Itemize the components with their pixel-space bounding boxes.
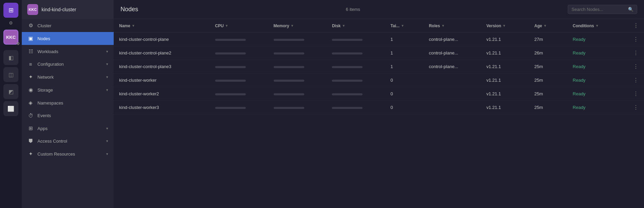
sidebar-item-workloads[interactable]: ☷ Workloads ▾ bbox=[22, 45, 114, 58]
sidebar-item-cluster[interactable]: ⚙ Cluster bbox=[22, 19, 114, 32]
cell-conditions: Ready ⋮ bbox=[567, 101, 644, 114]
cell-roles: control-plane... bbox=[423, 46, 481, 60]
sidebar-item-label: Network bbox=[37, 75, 103, 80]
row-menu-icon[interactable]: ⋮ bbox=[633, 63, 639, 70]
col-header-age[interactable]: Age ▼ bbox=[529, 19, 567, 33]
col-header-name[interactable]: Name ▼ bbox=[114, 19, 210, 33]
cell-conditions: Ready ⋮ bbox=[567, 60, 644, 74]
search-box[interactable]: 🔍 bbox=[568, 5, 637, 14]
item-count: 6 items bbox=[138, 7, 568, 12]
access-control-icon: ⛊ bbox=[27, 138, 34, 144]
col-header-version[interactable]: Version ▼ bbox=[481, 19, 529, 33]
row-menu-icon[interactable]: ⋮ bbox=[633, 50, 639, 56]
status-badge: Ready bbox=[573, 37, 586, 42]
sidebar-item-apps[interactable]: ⊞ Apps ▾ bbox=[22, 122, 114, 135]
row-menu-icon[interactable]: ⋮ bbox=[633, 91, 639, 97]
sidebar-item-custom-resources[interactable]: ✦ Custom Resources ▾ bbox=[22, 147, 114, 160]
cell-cpu bbox=[210, 33, 268, 46]
row-menu-icon[interactable]: ⋮ bbox=[633, 77, 639, 83]
table-row: kind-cluster-control-plane3 1 control-pl… bbox=[114, 60, 644, 74]
cell-version: v1.21.1 bbox=[481, 33, 529, 46]
cell-cpu bbox=[210, 46, 268, 60]
icon-bar-item-2[interactable]: ◫ bbox=[3, 67, 18, 82]
cell-version: v1.21.1 bbox=[481, 101, 529, 114]
sidebar-cluster-logo: KKC bbox=[27, 4, 38, 15]
sidebar-item-events[interactable]: ⏱ Events bbox=[22, 109, 114, 122]
events-icon: ⏱ bbox=[27, 113, 34, 118]
cell-disk bbox=[326, 74, 385, 87]
table-row: kind-cluster-worker3 0 v1.21.1 25m Ready… bbox=[114, 101, 644, 114]
table-row: kind-cluster-worker2 0 v1.21.1 25m Ready… bbox=[114, 87, 644, 101]
cell-age: 26m bbox=[529, 46, 567, 60]
cell-name: kind-cluster-worker bbox=[114, 74, 210, 87]
more-options-icon[interactable]: ⋮ bbox=[633, 22, 639, 29]
cell-memory bbox=[268, 101, 327, 114]
cluster-gear-icon: ⚙ bbox=[16, 42, 20, 46]
cell-tai: 0 bbox=[385, 74, 423, 87]
sidebar-item-configuration[interactable]: ≡ Configuration ▾ bbox=[22, 58, 114, 70]
cell-name: kind-cluster-worker2 bbox=[114, 87, 210, 101]
status-badge: Ready bbox=[573, 50, 586, 55]
cell-memory bbox=[268, 87, 327, 101]
icon-bar-item-1[interactable]: ◧ bbox=[3, 50, 18, 65]
chevron-down-icon: ▾ bbox=[106, 126, 108, 131]
cell-roles bbox=[423, 87, 481, 101]
cell-tai: 1 bbox=[385, 46, 423, 60]
sidebar-item-network[interactable]: ✦ Network ▾ bbox=[22, 70, 114, 83]
sort-arrow-icon: ▼ bbox=[441, 24, 445, 28]
cell-disk bbox=[326, 60, 385, 74]
search-icon: 🔍 bbox=[628, 7, 633, 12]
cell-roles: control-plane... bbox=[423, 60, 481, 74]
sidebar: KKC kind-kind-cluster ⚙ Cluster ▣ Nodes … bbox=[22, 0, 114, 208]
sidebar-item-nodes[interactable]: ▣ Nodes bbox=[22, 32, 114, 45]
cell-tai: 0 bbox=[385, 87, 423, 101]
sidebar-item-label: Workloads bbox=[37, 49, 103, 54]
search-input[interactable] bbox=[571, 7, 626, 12]
sidebar-cluster-name: kind-kind-cluster bbox=[42, 7, 76, 12]
col-header-cpu[interactable]: CPU ▼ bbox=[210, 19, 268, 33]
sort-arrow-icon: ▼ bbox=[225, 24, 228, 28]
cell-cpu bbox=[210, 101, 268, 114]
sidebar-item-label: Namespaces bbox=[37, 100, 108, 106]
nodes-table-container: Name ▼ CPU ▼ Memory ▼ bbox=[114, 19, 644, 208]
sidebar-item-access-control[interactable]: ⛊ Access Control ▾ bbox=[22, 135, 114, 147]
cell-age: 25m bbox=[529, 87, 567, 101]
row-menu-icon[interactable]: ⋮ bbox=[633, 36, 639, 43]
col-header-roles[interactable]: Roles ▼ bbox=[423, 19, 481, 33]
sidebar-item-storage[interactable]: ◉ Storage ▾ bbox=[22, 83, 114, 96]
row-menu-icon[interactable]: ⋮ bbox=[633, 104, 639, 111]
workloads-icon: ☷ bbox=[27, 48, 34, 54]
cell-memory bbox=[268, 46, 327, 60]
col-header-conditions[interactable]: Conditions ▼ ⋮ bbox=[567, 19, 644, 33]
app-icon[interactable]: ⊞ bbox=[3, 3, 18, 18]
icon-bar-item-4[interactable]: ⬜ bbox=[3, 101, 18, 116]
icon-bar: ⊞ ⚙ KKC ⚙ ◧ ◫ ◩ ⬜ bbox=[0, 0, 22, 208]
cell-conditions: Ready ⋮ bbox=[567, 87, 644, 101]
cell-age: 25m bbox=[529, 101, 567, 114]
custom-resources-icon: ✦ bbox=[27, 151, 34, 157]
cell-conditions: Ready ⋮ bbox=[567, 46, 644, 60]
cluster-button[interactable]: KKC ⚙ bbox=[3, 30, 18, 45]
sidebar-item-label: Storage bbox=[37, 87, 103, 93]
storage-icon: ◉ bbox=[27, 87, 34, 93]
table-row: kind-cluster-control-plane2 1 control-pl… bbox=[114, 46, 644, 60]
app-gear-icon[interactable]: ⚙ bbox=[9, 20, 13, 26]
sort-arrow-icon: ▼ bbox=[342, 24, 345, 28]
table-header-row: Name ▼ CPU ▼ Memory ▼ bbox=[114, 19, 644, 33]
status-badge: Ready bbox=[573, 64, 586, 69]
cell-cpu bbox=[210, 87, 268, 101]
cell-name: kind-cluster-control-plane2 bbox=[114, 46, 210, 60]
col-header-memory[interactable]: Memory ▼ bbox=[268, 19, 327, 33]
icon-bar-item-3[interactable]: ◩ bbox=[3, 84, 18, 99]
cell-tai: 1 bbox=[385, 60, 423, 74]
sort-arrow-icon: ▼ bbox=[595, 24, 599, 28]
sidebar-item-namespaces[interactable]: ◈ Namespaces bbox=[22, 96, 114, 109]
sidebar-item-label: Custom Resources bbox=[37, 151, 103, 157]
col-header-disk[interactable]: Disk ▼ bbox=[326, 19, 385, 33]
nodes-header: Nodes 6 items 🔍 bbox=[114, 0, 644, 19]
cell-age: 27m bbox=[529, 33, 567, 46]
sort-arrow-icon: ▼ bbox=[502, 24, 506, 28]
cell-disk bbox=[326, 101, 385, 114]
cell-cpu bbox=[210, 60, 268, 74]
col-header-tai[interactable]: Tai... ▼ bbox=[385, 19, 423, 33]
